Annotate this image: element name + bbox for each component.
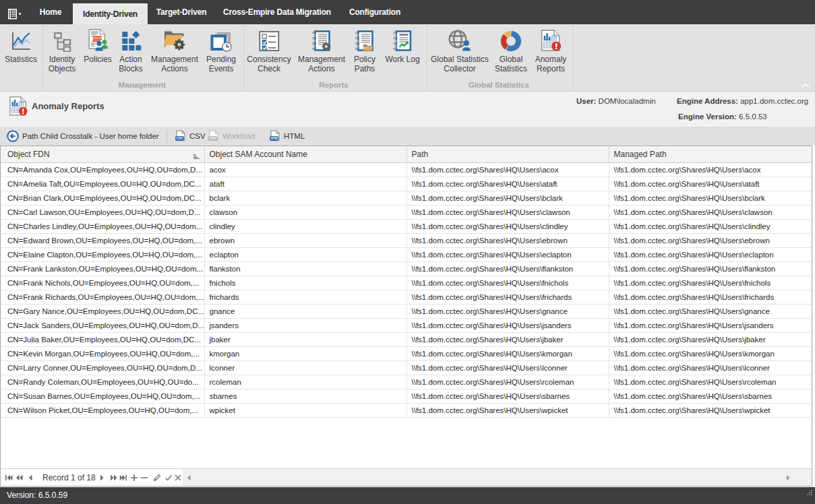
svg-text:HTM: HTM <box>271 137 278 140</box>
svg-text:CSV: CSV <box>177 137 183 140</box>
svg-text:CSV: CSV <box>210 137 216 140</box>
